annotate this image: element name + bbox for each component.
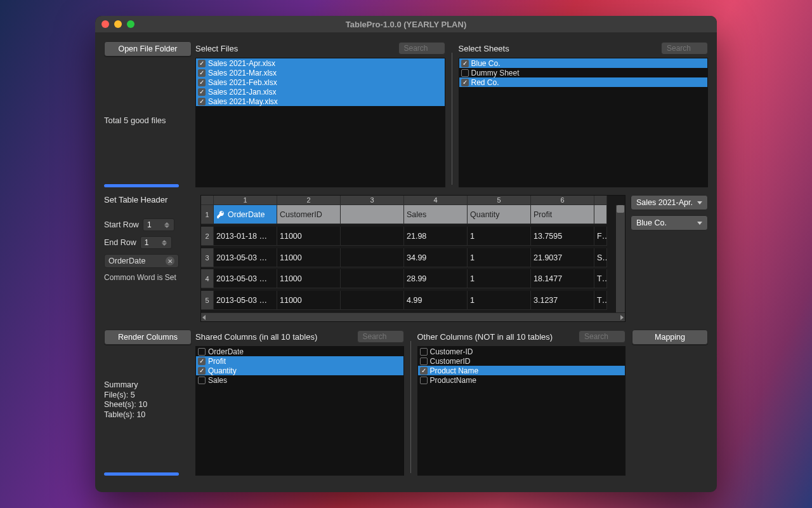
grid-field-header[interactable]	[341, 205, 404, 224]
vertical-scrollbar[interactable]	[616, 205, 625, 312]
grid-cell[interactable]: 21.98	[404, 227, 468, 246]
stepper-arrows-icon[interactable]	[164, 219, 170, 231]
list-item[interactable]: Sales 2021-May.xlsx	[196, 97, 445, 106]
common-word-chip[interactable]: OrderDate ✕	[104, 254, 179, 268]
sheets-search-input[interactable]	[661, 42, 708, 55]
files-search-input[interactable]	[398, 42, 445, 55]
checkbox-icon[interactable]	[198, 358, 206, 365]
grid-cell[interactable]: 2013-01-18 …	[214, 227, 277, 246]
checkbox-icon[interactable]	[420, 367, 428, 375]
grid-cell[interactable]	[341, 227, 404, 246]
checkbox-icon[interactable]	[198, 69, 206, 77]
grid-cell[interactable]: 1	[468, 227, 531, 246]
horizontal-scrollbar[interactable]	[201, 312, 625, 321]
list-item[interactable]: Red Co.	[459, 77, 708, 87]
grid-col-number[interactable]: 4	[404, 196, 468, 205]
grid-cell[interactable]	[341, 269, 404, 288]
grid-cell[interactable]: 11000	[277, 248, 341, 267]
other-columns-list[interactable]: Customer-IDCustomerIDProduct NameProduct…	[417, 346, 626, 476]
checkbox-icon[interactable]	[198, 79, 206, 86]
grid-field-header[interactable]	[594, 205, 607, 224]
grid-cell[interactable]: T…	[594, 269, 607, 288]
grid-cell[interactable]: 3.1237	[531, 291, 594, 310]
sheets-list[interactable]: Blue Co.Dummy SheetRed Co.	[459, 58, 709, 187]
grid-cell[interactable]: 21.9037	[531, 248, 594, 267]
grid-cell[interactable]: 11000	[277, 269, 341, 288]
grid-col-number[interactable]: 5	[468, 196, 531, 205]
list-item[interactable]: Sales 2021-Mar.xlsx	[196, 68, 445, 77]
list-item[interactable]: ProductName	[418, 375, 625, 385]
checkbox-icon[interactable]	[198, 98, 206, 105]
grid-cell[interactable]	[341, 248, 404, 267]
grid-cell[interactable]: 1	[468, 248, 531, 267]
checkbox-icon[interactable]	[198, 60, 206, 67]
list-item[interactable]: Product Name	[418, 366, 625, 375]
grid-field-header[interactable]: Quantity	[468, 205, 531, 224]
grid-col-number[interactable]: 2	[277, 196, 341, 205]
grid-row-number[interactable]: 1	[201, 205, 214, 224]
checkbox-icon[interactable]	[198, 367, 206, 375]
grid-col-number[interactable]	[594, 196, 607, 205]
grid-col-number[interactable]: 3	[341, 196, 404, 205]
grid-field-header[interactable]: Profit	[531, 205, 594, 224]
file-selector-dropdown[interactable]: Sales 2021-Apr.	[631, 195, 708, 210]
checkbox-icon[interactable]	[420, 348, 428, 356]
minimize-window-button[interactable]	[114, 20, 122, 28]
grid-cell[interactable]: 28.99	[404, 269, 468, 288]
list-item[interactable]: Sales 2021-Feb.xlsx	[196, 77, 445, 87]
grid-cell[interactable]: 11000	[277, 291, 341, 310]
checkbox-icon[interactable]	[198, 377, 206, 384]
titlebar[interactable]: TablePro-1.0.0 (YEARLY PLAN)	[95, 16, 717, 32]
checkbox-icon[interactable]	[461, 79, 469, 86]
mapping-button[interactable]: Mapping	[632, 330, 708, 345]
data-grid[interactable]: 123456 1OrderDateCustomerIDSalesQuantity…	[200, 195, 625, 322]
checkbox-icon[interactable]	[420, 377, 428, 384]
end-row-stepper[interactable]: 1	[140, 236, 172, 249]
checkbox-icon[interactable]	[198, 348, 206, 356]
grid-cell[interactable]	[341, 291, 404, 310]
grid-col-number[interactable]: 1	[214, 196, 277, 205]
start-row-stepper[interactable]: 1	[143, 218, 174, 231]
shared-columns-list[interactable]: OrderDateProfitQuantitySales	[195, 346, 404, 476]
grid-row-number[interactable]: 4	[201, 269, 214, 288]
grid-cell[interactable]: 34.99	[404, 248, 468, 267]
grid-cell[interactable]: 4.99	[404, 291, 468, 310]
grid-row-number[interactable]: 2	[201, 227, 214, 246]
checkbox-icon[interactable]	[198, 88, 206, 96]
grid-field-header[interactable]: OrderDate	[214, 205, 277, 224]
list-item[interactable]: Blue Co.	[459, 58, 708, 68]
checkbox-icon[interactable]	[461, 69, 469, 77]
grid-cell[interactable]: 11000	[277, 227, 341, 246]
stepper-arrows-icon[interactable]	[162, 237, 167, 248]
list-item[interactable]: Quantity	[196, 366, 403, 375]
grid-cell[interactable]: F…	[594, 227, 607, 246]
checkbox-icon[interactable]	[461, 60, 469, 67]
grid-row-number[interactable]: 5	[201, 291, 214, 310]
list-item[interactable]: Sales 2021-Apr.xlsx	[196, 58, 445, 68]
zoom-window-button[interactable]	[127, 20, 134, 28]
grid-cell[interactable]: T…	[594, 291, 607, 310]
close-window-button[interactable]	[102, 20, 109, 28]
scroll-left-icon[interactable]	[202, 315, 206, 320]
sheet-selector-dropdown[interactable]: Blue Co.	[631, 215, 708, 231]
list-item[interactable]: Sales	[196, 375, 403, 385]
checkbox-icon[interactable]	[420, 358, 428, 365]
list-item[interactable]: CustomerID	[418, 356, 625, 366]
other-search-input[interactable]	[579, 330, 625, 343]
list-item[interactable]: OrderDate	[196, 347, 403, 356]
list-item[interactable]: Sales 2021-Jan.xlsx	[196, 87, 445, 97]
list-item[interactable]: Customer-ID	[418, 347, 625, 356]
list-item[interactable]: Dummy Sheet	[459, 68, 708, 77]
open-file-folder-button[interactable]: Open File Folder	[104, 41, 192, 57]
grid-cell[interactable]: 2013-05-03 …	[214, 269, 277, 288]
grid-cell[interactable]: 2013-05-03 …	[214, 248, 277, 267]
grid-cell[interactable]: 13.7595	[531, 227, 594, 246]
list-item[interactable]: Profit	[196, 356, 403, 366]
grid-col-number[interactable]: 6	[531, 196, 594, 205]
grid-field-header[interactable]: CustomerID	[277, 205, 341, 224]
files-list[interactable]: Sales 2021-Apr.xlsxSales 2021-Mar.xlsxSa…	[195, 58, 445, 187]
grid-row-number[interactable]: 3	[201, 248, 214, 267]
grid-cell[interactable]: 1	[468, 269, 531, 288]
grid-field-header[interactable]: Sales	[404, 205, 468, 224]
scroll-right-icon[interactable]	[620, 315, 624, 320]
